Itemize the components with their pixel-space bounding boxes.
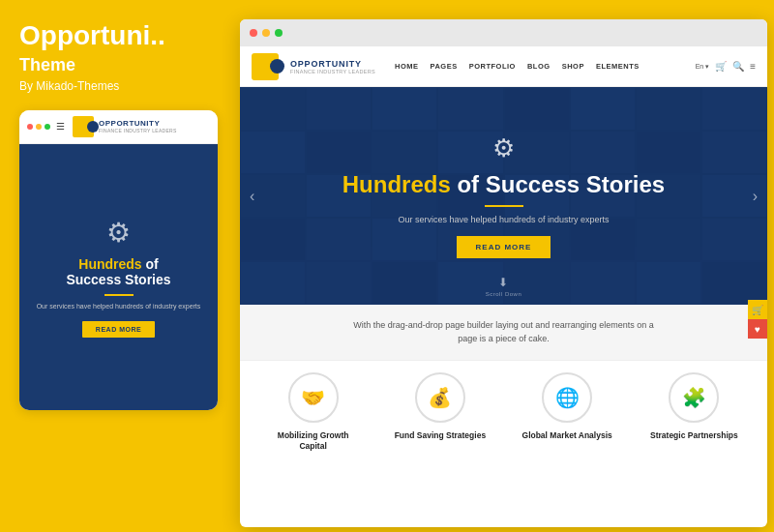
site-logo-area: OPPORTUNITY FINANCE INDUSTRY LEADERS <box>252 53 375 80</box>
theme-author: By Mikado-Themes <box>19 79 218 93</box>
side-widget-wishlist-button[interactable]: ♥ <box>748 319 767 339</box>
side-widget: 🛒 ♥ <box>748 300 767 339</box>
menu-icon[interactable]: ≡ <box>750 61 756 72</box>
site-hero: ‹ ⚙ Hundreds of Success Stories Our serv… <box>240 87 767 305</box>
mobile-read-more-button[interactable]: READ MORE <box>82 321 155 338</box>
mobile-brand-text: OPPORTUNITY FINANCE INDUSTRY LEADERS <box>99 119 177 133</box>
left-panel: Opportuni.. Theme By Mikado-Themes ☰ OPP… <box>0 0 237 532</box>
fund-saving-strategies-icon: 💰 <box>415 372 465 423</box>
hero-read-more-button[interactable]: READ MORE <box>457 236 551 258</box>
mobile-window-dots <box>27 124 50 130</box>
strategic-partnerships-icon: 🧩 <box>669 372 719 423</box>
strategic-partnerships-label: Strategic Partnerships <box>650 430 738 441</box>
hero-title-rest: of Success Stories <box>451 171 665 197</box>
mobile-brand-name: OPPORTUNITY <box>99 119 177 128</box>
nav-link-home[interactable]: HOME <box>395 62 419 71</box>
scroll-down-label: Scroll Down <box>486 291 522 297</box>
mobile-hero-title: Hundreds ofSuccess Stories <box>66 256 170 289</box>
gear-icon: ⚙ <box>106 217 131 249</box>
hero-subtitle: Our services have helped hundreds of ind… <box>240 215 767 224</box>
mobilizing-growth-capital-label: Mobilizing Growth Capital <box>264 430 363 452</box>
nav-link-portfolio[interactable]: PORTFOLIO <box>469 62 516 71</box>
mobile-dot-yellow <box>36 124 42 130</box>
site-middle-text: With the drag-and-drop page builder layi… <box>349 318 659 346</box>
site-brand: OPPORTUNITY FINANCE INDUSTRY LEADERS <box>290 59 375 74</box>
nav-link-pages[interactable]: PAGES <box>431 62 458 71</box>
mobile-brand-tagline: FINANCE INDUSTRY LEADERS <box>99 128 177 133</box>
site-nav-links: HOME PAGES PORTFOLIO BLOG SHOP ELEMENTS <box>395 62 696 71</box>
mobile-dot-green <box>45 124 50 130</box>
side-widget-cart-button[interactable]: 🛒 <box>748 300 767 319</box>
nav-link-elements[interactable]: ELEMENTS <box>596 62 640 71</box>
hero-next-arrow[interactable]: › <box>753 188 758 205</box>
mobile-logo-circle <box>87 121 99 133</box>
hero-gear-icon: ⚙ <box>240 133 767 163</box>
hero-title: Hundreds of Success Stories <box>240 171 767 198</box>
browser-chrome <box>240 19 767 46</box>
hero-prev-arrow[interactable]: ‹ <box>250 188 254 205</box>
hero-title-underline <box>485 205 523 207</box>
mobile-mockup: ☰ OPPORTUNITY FINANCE INDUSTRY LEADERS ⚙… <box>19 110 218 410</box>
site-logo-circle <box>270 59 284 74</box>
global-market-analysis-label: Global Market Analysis <box>522 430 612 441</box>
right-panel: OPPORTUNITY FINANCE INDUSTRY LEADERS HOM… <box>240 19 767 527</box>
cart-icon[interactable]: 🛒 <box>715 61 727 72</box>
site-nav: OPPORTUNITY FINANCE INDUSTRY LEADERS HOM… <box>240 46 767 87</box>
mobilizing-growth-capital-icon: 🤝 <box>288 372 339 423</box>
theme-title: Opportuni.. <box>19 21 218 51</box>
site-features: 🤝 Mobilizing Growth Capital 💰 Fund Savin… <box>240 361 767 452</box>
hero-content: ⚙ Hundreds of Success Stories Our servic… <box>240 133 767 259</box>
mobile-logo-area: OPPORTUNITY FINANCE INDUSTRY LEADERS <box>73 116 177 137</box>
scroll-down-icon: ⬇ <box>498 276 508 289</box>
mobile-top-bar: ☰ OPPORTUNITY FINANCE INDUSTRY LEADERS <box>19 110 218 144</box>
site-logo-icon <box>252 53 279 80</box>
theme-subtitle: Theme <box>19 55 218 75</box>
fund-saving-strategies-label: Fund Saving Strategies <box>395 430 486 441</box>
site-brand-tagline: FINANCE INDUSTRY LEADERS <box>290 69 375 74</box>
mobile-menu-icon: ☰ <box>56 121 65 132</box>
browser-dot-yellow <box>262 29 270 37</box>
mobile-hero-subtitle: Our services have helped hundreds of ind… <box>37 302 201 311</box>
hero-scroll: ⬇ Scroll Down <box>486 276 522 297</box>
global-market-analysis-icon: 🌐 <box>542 372 592 423</box>
site-middle-section: With the drag-and-drop page builder layi… <box>240 305 767 361</box>
mobile-hero-highlight: Hundreds <box>78 256 141 272</box>
nav-link-shop[interactable]: SHOP <box>562 62 584 71</box>
nav-link-blog[interactable]: BLOG <box>527 62 551 71</box>
feature-mobilizing-growth-capital: 🤝 Mobilizing Growth Capital <box>260 372 367 452</box>
site-brand-name: OPPORTUNITY <box>290 59 375 69</box>
feature-global-market-analysis: 🌐 Global Market Analysis <box>514 372 620 441</box>
mobile-logo-box <box>73 116 94 137</box>
search-icon[interactable]: 🔍 <box>732 61 744 72</box>
mobile-divider <box>104 294 134 296</box>
browser-dot-red <box>250 29 257 37</box>
nav-lang[interactable]: En ▾ <box>696 63 710 71</box>
mobile-hero: ⚙ Hundreds ofSuccess Stories Our service… <box>19 144 218 410</box>
feature-strategic-partnerships: 🧩 Strategic Partnerships <box>640 372 747 441</box>
mobile-dot-red <box>27 124 33 130</box>
feature-fund-saving-strategies: 💰 Fund Saving Strategies <box>387 372 493 441</box>
hero-title-highlight: Hundreds <box>342 171 451 197</box>
browser-dot-green <box>275 29 283 37</box>
nav-right: En ▾ 🛒 🔍 ≡ <box>696 61 756 72</box>
